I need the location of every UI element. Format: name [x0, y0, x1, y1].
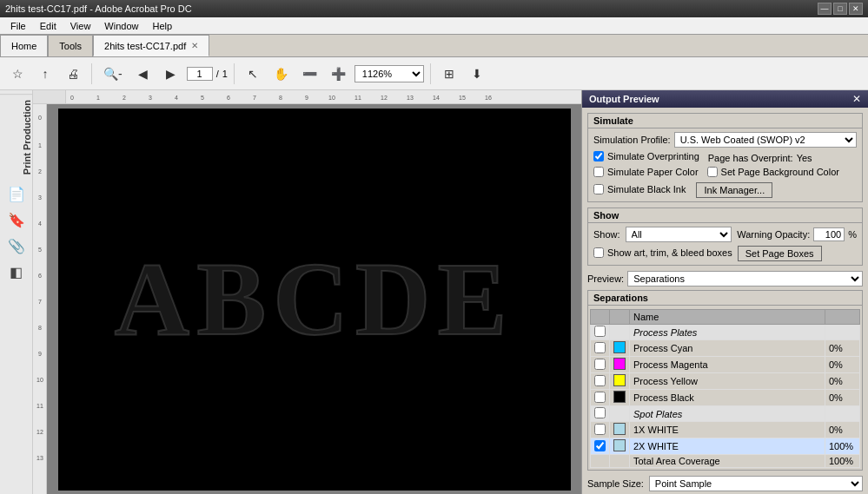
simulate-section: Simulate Simulation Profile: U.S. Web Co…	[587, 113, 863, 202]
row-name-cell: Process Yellow	[630, 373, 825, 390]
row-checkbox[interactable]	[594, 342, 606, 353]
download-btn[interactable]: ⬇	[465, 62, 489, 86]
set-page-boxes-button[interactable]: Set Page Boxes	[738, 246, 822, 261]
svg-text:12: 12	[36, 429, 43, 435]
cursor-tool-btn[interactable]: ↖	[241, 62, 265, 86]
simulate-paper-color-row: Simulate Paper Color	[593, 167, 699, 177]
menu-window[interactable]: Window	[97, 19, 145, 33]
toolbar-separator-2	[234, 63, 235, 84]
simulate-section-header: Simulate	[588, 114, 862, 128]
row-checkbox[interactable]	[594, 440, 606, 451]
simulate-black-ink-label: Simulate Black Ink	[607, 184, 686, 194]
svg-text:16: 16	[485, 95, 492, 101]
preview-select[interactable]: Separations Color Warnings Output Intent	[627, 271, 863, 287]
menu-help[interactable]: Help	[145, 19, 179, 33]
row-checkbox[interactable]	[594, 407, 606, 418]
minimize-button[interactable]: —	[818, 3, 832, 15]
menu-view[interactable]: View	[63, 19, 98, 33]
content-area: 0 1 2 3 4 5 6 7 8 9 10 11 12 13 14 15 16	[33, 90, 581, 494]
table-row: Process Yellow 0%	[591, 373, 860, 390]
svg-text:3: 3	[149, 95, 152, 101]
sample-size-select[interactable]: Point Sample 3x3 Average 5x5 Average	[649, 476, 863, 491]
row-checkbox[interactable]	[594, 424, 606, 435]
page-total: 1	[222, 69, 228, 79]
svg-text:13: 13	[36, 455, 43, 461]
zoom-plus-btn[interactable]: ➕	[326, 62, 351, 86]
tab-home[interactable]: Home	[0, 35, 48, 56]
prev-page-btn[interactable]: ◀	[131, 62, 156, 86]
simulate-black-ink-checkbox[interactable]	[593, 184, 604, 194]
maximize-button[interactable]: □	[833, 3, 847, 15]
svg-text:7: 7	[253, 95, 256, 101]
hand-tool-btn[interactable]: ✋	[268, 62, 294, 86]
svg-text:10: 10	[36, 377, 43, 383]
zoom-minus-btn[interactable]: ➖	[297, 62, 322, 86]
row-name-cell: Total Area Coverage	[630, 455, 825, 468]
page-number-input[interactable]	[187, 67, 213, 81]
sidebar-icon-page[interactable]: 📄	[4, 181, 29, 206]
panel-close-icon[interactable]: ✕	[852, 93, 861, 105]
next-page-btn[interactable]: ▶	[159, 62, 183, 86]
close-app-button[interactable]: ✕	[849, 3, 863, 15]
set-page-bg-checkbox[interactable]	[707, 167, 718, 177]
color-swatch-magenta	[613, 358, 626, 370]
sep-table-header: Name	[591, 310, 860, 325]
ruler-row: 0 1 2 3 4 5 6 7 8 9 10 11 12 13 14 15 16	[33, 90, 581, 104]
show-section: Show Show: All Separations Color Warning…	[587, 207, 863, 266]
preview-row: Preview: Separations Color Warnings Outp…	[587, 271, 863, 287]
svg-text:0: 0	[38, 115, 42, 121]
toolbar-print-btn[interactable]: 🖨	[61, 62, 85, 86]
menu-bar: File Edit View Window Help	[0, 17, 868, 35]
menu-file[interactable]: File	[3, 19, 33, 33]
sidebar-icon-attachment[interactable]: 📎	[4, 234, 29, 258]
row-checkbox[interactable]	[594, 392, 606, 403]
row-checkbox[interactable]	[594, 375, 606, 386]
simulate-overprinting-checkbox[interactable]	[593, 151, 604, 161]
left-sidebar: Print Production 📄 🔖 📎 ◧	[0, 90, 33, 494]
tab-bar: Home Tools 2hits test-CC17.pdf ✕	[0, 35, 868, 57]
app-title: 2hits test-CC17.pdf - Adobe Acrobat Pro …	[5, 3, 192, 14]
svg-text:12: 12	[381, 95, 388, 101]
output-preview-panel: Output Preview ✕ Simulate Simulation Pro…	[581, 90, 868, 494]
table-row: Total Area Coverage 100%	[591, 455, 860, 468]
show-art-trim-checkbox[interactable]	[593, 247, 604, 258]
warning-opacity-input[interactable]	[813, 227, 845, 241]
zoom-select[interactable]: 1126% 100% 75% 50% 25%	[354, 65, 424, 82]
toolbar-bookmark-btn[interactable]: ☆	[5, 62, 30, 86]
row-checkbox[interactable]	[594, 359, 606, 370]
menu-edit[interactable]: Edit	[33, 19, 63, 33]
svg-text:7: 7	[38, 299, 42, 305]
row-swatch-cell	[610, 325, 630, 340]
toolbar-share-btn[interactable]: ↑	[33, 62, 57, 86]
canvas-row: 0 1 2 3 4 5 6 7 8 9 10 11 12 13	[33, 104, 581, 494]
show-section-content: Show: All Separations Color Warnings War…	[588, 223, 862, 265]
color-swatch-black	[613, 391, 626, 403]
svg-text:6: 6	[38, 273, 42, 279]
tab-close-icon[interactable]: ✕	[191, 41, 198, 50]
simulate-paper-color-checkbox[interactable]	[593, 167, 604, 177]
sample-size-label: Sample Size:	[587, 478, 644, 489]
row-checkbox[interactable]	[594, 326, 606, 337]
row-name-cell: Process Black	[630, 390, 825, 406]
separations-section-header: Separations	[588, 291, 862, 306]
fit-page-btn[interactable]: ⊞	[437, 62, 461, 86]
row-name-cell: Process Plates	[630, 325, 825, 340]
svg-text:14: 14	[433, 95, 440, 101]
sidebar-icon-layers[interactable]: ◧	[4, 260, 29, 284]
tab-active-pdf[interactable]: 2hits test-CC17.pdf ✕	[93, 35, 209, 56]
show-art-trim-row: Show art, trim, & bleed boxes	[593, 247, 732, 258]
ink-manager-button[interactable]: Ink Manager...	[696, 182, 772, 198]
simulation-profile-label: Simulation Profile:	[593, 135, 671, 145]
sidebar-icon-bookmark[interactable]: 🔖	[4, 207, 29, 232]
table-row: 1X WHITE 0%	[591, 422, 860, 438]
svg-text:8: 8	[279, 95, 282, 101]
simulation-profile-select[interactable]: U.S. Web Coated (SWOP) v2 U.S. Sheetfed …	[674, 132, 857, 148]
tab-tools[interactable]: Tools	[48, 35, 93, 56]
vertical-ruler: 0 1 2 3 4 5 6 7 8 9 10 11 12 13	[33, 104, 47, 494]
page-separator: /	[216, 69, 219, 79]
svg-text:11: 11	[36, 403, 43, 409]
toolbar-zoom-out-btn[interactable]: 🔍-	[98, 62, 128, 86]
show-select[interactable]: All Separations Color Warnings	[626, 227, 732, 242]
row-coverage-cell: 100%	[825, 438, 860, 455]
row-coverage-cell: 100%	[825, 455, 860, 468]
